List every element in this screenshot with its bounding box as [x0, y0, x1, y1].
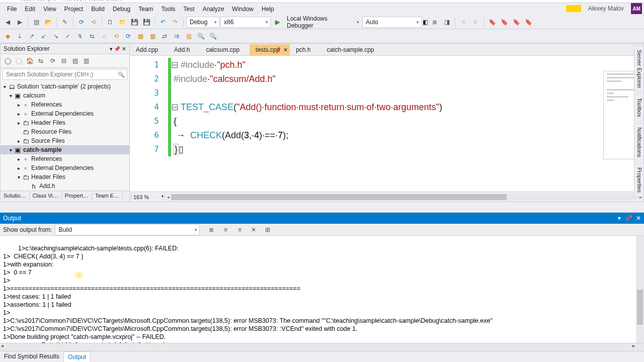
dbg-icon-2[interactable]: ⇣: [14, 31, 25, 42]
doc-tab[interactable]: calcsum.cpp: [200, 44, 250, 55]
menu-file[interactable]: File: [3, 4, 21, 15]
menu-window[interactable]: Window: [228, 4, 258, 15]
menu-debug[interactable]: Debug: [109, 4, 134, 15]
bookmark-next-icon[interactable]: 🔖: [511, 17, 522, 28]
start-debug-icon[interactable]: ▶: [272, 17, 283, 28]
tab-solution[interactable]: Solutio…: [1, 191, 30, 202]
sln-refresh-icon[interactable]: ⟳: [48, 56, 58, 66]
save-all-icon[interactable]: 💾: [141, 17, 152, 28]
strip-toolbox[interactable]: Toolbox: [634, 94, 644, 122]
new-item-icon[interactable]: 🗋: [105, 17, 116, 28]
indent-right-icon[interactable]: ≡: [470, 17, 481, 28]
refresh-icon[interactable]: ⟳: [76, 17, 87, 28]
strip-server-explorer[interactable]: Server Explorer: [634, 45, 644, 93]
output-vscroll[interactable]: [636, 236, 644, 343]
tab-output[interactable]: Output: [63, 351, 91, 362]
redo-icon[interactable]: ↷: [170, 17, 181, 28]
out-tb-icon-1[interactable]: ≣: [206, 224, 217, 235]
tree-item[interactable]: ▾🗂Solution 'catch-sample' (2 projects): [1, 82, 129, 91]
dbg-icon-13[interactable]: ▦: [147, 31, 158, 42]
strip-notifications[interactable]: Notifications: [634, 123, 644, 162]
tree-item[interactable]: ▾▣catch-sample: [1, 145, 129, 154]
tb-icon-1[interactable]: ◧: [423, 19, 428, 26]
dbg-icon-4[interactable]: ↙: [38, 31, 49, 42]
menu-project[interactable]: Project: [60, 4, 87, 15]
menu-analyze[interactable]: Analyze: [199, 4, 228, 15]
tb-icon-3[interactable]: ◨: [441, 17, 452, 28]
notification-flag-icon[interactable]: [566, 5, 581, 12]
tree-item[interactable]: 🗀Resource Files: [1, 127, 129, 136]
navigate-back-icon[interactable]: ◀: [2, 17, 13, 28]
user-name[interactable]: Alexey Malov: [584, 3, 628, 14]
menu-test[interactable]: Test: [180, 4, 199, 15]
tab-find-symbol[interactable]: Find Symbol Results: [0, 351, 63, 362]
tree-item[interactable]: ▸▫References: [1, 100, 129, 109]
menu-help[interactable]: Help: [258, 4, 278, 15]
tree-item[interactable]: ▾🗀Header Files: [1, 172, 129, 182]
indent-left-icon[interactable]: ≡: [458, 17, 469, 28]
dbg-icon-8[interactable]: ⇆: [87, 31, 98, 42]
sln-showall-icon[interactable]: ▤: [70, 56, 80, 66]
tree-item[interactable]: ▾▣calcsum: [1, 91, 129, 100]
panel-close-icon[interactable]: ✕: [122, 46, 126, 52]
panel-dropdown-icon[interactable]: ▾: [110, 46, 113, 52]
code-body[interactable]: 1234567 ⊟#include·"pch.h" #include·"calc…: [130, 56, 643, 192]
open-file-icon[interactable]: 📂: [43, 17, 54, 28]
tree-item[interactable]: ▸🗀Header Files: [1, 118, 129, 127]
menu-build[interactable]: Build: [87, 4, 109, 15]
bookmark-icon[interactable]: 🔖: [487, 17, 498, 28]
open-icon[interactable]: 📁: [117, 17, 128, 28]
tab-properties[interactable]: Propert…: [62, 191, 92, 202]
hscroll-track[interactable]: [171, 194, 637, 201]
output-hscroll[interactable]: [0, 343, 644, 351]
dbg-icon-14[interactable]: ⇄: [159, 31, 170, 42]
auto-combo[interactable]: Auto: [362, 17, 422, 28]
doc-tab[interactable]: catch-sample.cpp: [321, 44, 384, 55]
dbg-icon-10[interactable]: ⟲: [111, 31, 122, 42]
dbg-icon-3[interactable]: ↗: [26, 31, 37, 42]
platform-combo[interactable]: x86: [220, 17, 271, 28]
sln-sync-icon[interactable]: ⇆: [36, 56, 46, 66]
dbg-icon-18[interactable]: 🔍: [207, 31, 218, 42]
hscroll-thumb[interactable]: [171, 194, 507, 200]
sln-back-icon[interactable]: ◯: [3, 56, 13, 66]
code-text[interactable]: ⊟#include·"pch.h" #include·"calcsum/Add.…: [168, 56, 442, 192]
menu-edit[interactable]: Edit: [21, 4, 39, 15]
output-dropdown-icon[interactable]: ▾: [618, 215, 621, 222]
bookmark-clear-icon[interactable]: 🔖: [523, 17, 534, 28]
sln-fwd-icon[interactable]: ◯: [14, 56, 24, 66]
solution-tree[interactable]: ▾🗂Solution 'catch-sample' (2 projects)▾▣…: [1, 81, 129, 191]
bookmark-prev-icon[interactable]: 🔖: [499, 17, 510, 28]
out-tb-icon-2[interactable]: ≡: [220, 224, 231, 235]
tb-icon-2[interactable]: ≣: [429, 17, 440, 28]
tab-classview[interactable]: Class Vi…: [30, 191, 62, 202]
wand-icon[interactable]: ✎: [59, 17, 70, 28]
search-input[interactable]: Search Solution Explorer (Ctrl+;): [3, 69, 127, 80]
output-close-icon[interactable]: ✕: [636, 215, 641, 222]
undo-icon[interactable]: ↶: [157, 17, 169, 28]
stop-refresh-icon[interactable]: ⟲: [88, 17, 99, 28]
dbg-icon-15[interactable]: ⇉: [171, 31, 182, 42]
output-pin-icon[interactable]: 📌: [625, 215, 632, 222]
new-project-icon[interactable]: ▤: [31, 17, 42, 28]
tree-item[interactable]: ▸▫External Dependencies: [1, 163, 129, 172]
doc-tab[interactable]: Add.h: [168, 44, 200, 55]
tree-item[interactable]: ▸🗀Source Files: [1, 136, 129, 145]
debugger-combo[interactable]: Local Windows Debugger: [284, 17, 361, 28]
sln-home-icon[interactable]: 🏠: [25, 56, 35, 66]
tree-item[interactable]: ▸▫External Dependencies: [1, 109, 129, 118]
dbg-icon-7[interactable]: ↯: [74, 31, 86, 42]
doc-tab[interactable]: tests.cpp📌✕: [250, 44, 290, 55]
strip-properties[interactable]: Properties: [634, 163, 644, 197]
show-output-from-combo[interactable]: Build: [55, 224, 200, 235]
tree-item[interactable]: ▸▫References: [1, 154, 129, 163]
doc-tab[interactable]: pch.h: [290, 44, 320, 55]
out-tb-icon-5[interactable]: ⊞: [262, 224, 273, 235]
dbg-icon-6[interactable]: ✓: [62, 31, 73, 42]
save-icon[interactable]: 💾: [129, 17, 140, 28]
menu-tools[interactable]: Tools: [157, 4, 180, 15]
avatar[interactable]: AM: [631, 3, 642, 14]
panel-pin-icon[interactable]: 📌: [114, 46, 121, 52]
output-text[interactable]: 1>c:\teaching\sample\catch-sample\tests.…: [0, 236, 644, 343]
doc-tab[interactable]: Add.cpp: [130, 44, 168, 55]
